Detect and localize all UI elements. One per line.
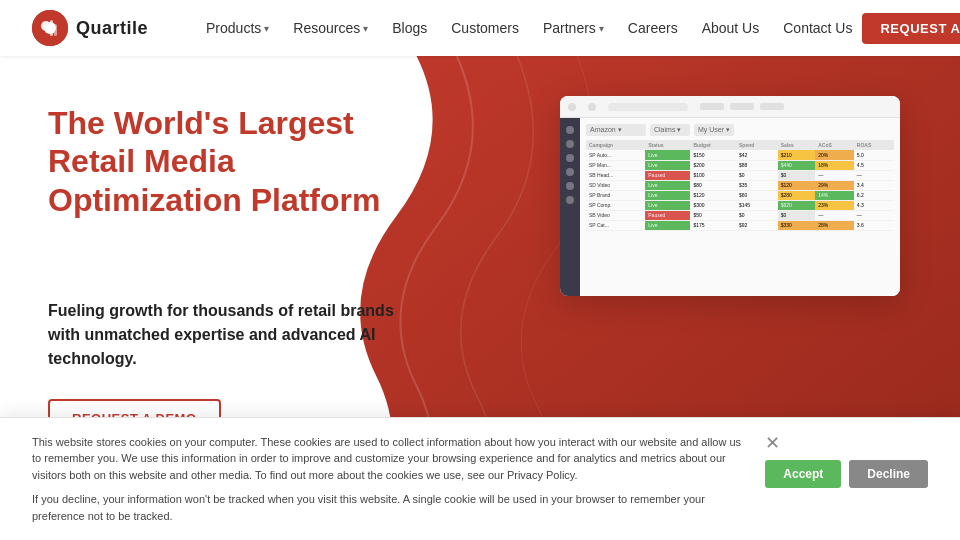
- sidebar-icon-4: [566, 168, 574, 176]
- db-filter-1: Amazon ▾: [586, 124, 646, 136]
- sidebar-icon-2: [566, 140, 574, 148]
- nav-partners[interactable]: Partners ▾: [533, 14, 614, 42]
- nav-about[interactable]: About Us: [692, 14, 770, 42]
- cookie-text-area: This website stores cookies on your comp…: [32, 434, 749, 525]
- dashboard-table: Campaign Status Budget Spend Sales ACoS …: [586, 140, 894, 231]
- cookie-text-primary: This website stores cookies on your comp…: [32, 434, 749, 484]
- cell-acos: 18%: [815, 160, 854, 170]
- chevron-down-icon: ▾: [363, 23, 368, 34]
- svg-rect-3: [54, 24, 57, 36]
- col-campaign: Campaign: [586, 140, 645, 150]
- cell-acos: 28%: [815, 220, 854, 230]
- table-row: SP Man... Live $200 $88 $440 18% 4.5: [586, 160, 894, 170]
- chevron-down-icon: ▾: [264, 23, 269, 34]
- cell-sales: $280: [778, 190, 815, 200]
- cell-status: Live: [645, 150, 690, 160]
- db-header-btn-3: [760, 103, 784, 110]
- col-spend: Spend: [736, 140, 778, 150]
- cookie-accept-button[interactable]: Accept: [765, 460, 841, 488]
- nav-resources[interactable]: Resources ▾: [283, 14, 378, 42]
- cell-status: Paused: [645, 210, 690, 220]
- db-url-bar: [608, 103, 688, 111]
- cell-acos: —: [815, 210, 854, 220]
- cell-status: Live: [645, 180, 690, 190]
- cell-status: Live: [645, 190, 690, 200]
- cell-status: Live: [645, 200, 690, 210]
- chevron-down-icon: ▾: [599, 23, 604, 34]
- cell-roas: 3.4: [854, 180, 894, 190]
- cell-status: Paused: [645, 170, 690, 180]
- nav-cta-button[interactable]: REQUEST A DEMO: [862, 13, 960, 44]
- cell-sales: $440: [778, 160, 815, 170]
- nav-links: Products ▾ Resources ▾ Blogs Customers P…: [196, 14, 862, 42]
- cell-campaign: SP Man...: [586, 160, 645, 170]
- cell-sales: $210: [778, 150, 815, 160]
- table-row: SB Video Paused $50 $0 $0 — —: [586, 210, 894, 220]
- nav-products[interactable]: Products ▾: [196, 14, 279, 42]
- cell-campaign: SP Cat...: [586, 220, 645, 230]
- cell-acos: 29%: [815, 180, 854, 190]
- cookie-decline-button[interactable]: Decline: [849, 460, 928, 488]
- dashboard-mockup: Amazon ▾ Claims ▾ My User ▾ Campaign Sta…: [560, 96, 900, 296]
- cell-acos: 20%: [815, 150, 854, 160]
- table-row: SP Comp. Live $300 $145 $620 23% 4.3: [586, 200, 894, 210]
- logo[interactable]: Quartile: [32, 10, 148, 46]
- col-sales: Sales: [778, 140, 815, 150]
- cookie-close-button[interactable]: ✕: [765, 434, 780, 452]
- cell-roas: 6.2: [854, 190, 894, 200]
- cell-acos: 23%: [815, 200, 854, 210]
- cell-campaign: SD Video: [586, 180, 645, 190]
- table-header-row: Campaign Status Budget Spend Sales ACoS …: [586, 140, 894, 150]
- cookie-banner-inner: This website stores cookies on your comp…: [32, 434, 928, 525]
- cell-budget: $120: [690, 190, 736, 200]
- cell-roas: 3.6: [854, 220, 894, 230]
- nav-careers[interactable]: Careers: [618, 14, 688, 42]
- cell-spend: $60: [736, 190, 778, 200]
- col-budget: Budget: [690, 140, 736, 150]
- db-dot-2: [588, 103, 596, 111]
- sidebar-icon-5: [566, 182, 574, 190]
- cell-spend: $92: [736, 220, 778, 230]
- cell-budget: $200: [690, 160, 736, 170]
- logo-icon: [32, 10, 68, 46]
- cell-campaign: SP Comp.: [586, 200, 645, 210]
- cell-sales: $120: [778, 180, 815, 190]
- cell-roas: 4.5: [854, 160, 894, 170]
- cell-campaign: SP Auto...: [586, 150, 645, 160]
- cell-status: Live: [645, 220, 690, 230]
- nav-blogs[interactable]: Blogs: [382, 14, 437, 42]
- table-row: SP Brand Live $120 $60 $280 14% 6.2: [586, 190, 894, 200]
- dashboard-header: [560, 96, 900, 118]
- hero-title: The World's Largest Retail Media Optimiz…: [48, 104, 428, 219]
- table-row: SP Cat... Live $175 $92 $330 28% 3.6: [586, 220, 894, 230]
- cell-budget: $175: [690, 220, 736, 230]
- cell-campaign: SP Brand: [586, 190, 645, 200]
- cookie-text-secondary: If you decline, your information won't b…: [32, 491, 749, 524]
- cell-budget: $100: [690, 170, 736, 180]
- cell-spend: $88: [736, 160, 778, 170]
- cell-budget: $50: [690, 210, 736, 220]
- cell-campaign: SB Video: [586, 210, 645, 220]
- cell-roas: 5.0: [854, 150, 894, 160]
- db-header-btn-2: [730, 103, 754, 110]
- cell-spend: $0: [736, 170, 778, 180]
- nav-contact[interactable]: Contact Us: [773, 14, 862, 42]
- cell-status: Live: [645, 160, 690, 170]
- nav-customers[interactable]: Customers: [441, 14, 529, 42]
- db-dot-1: [568, 103, 576, 111]
- svg-point-1: [41, 21, 51, 31]
- cell-sales: $0: [778, 210, 815, 220]
- cell-spend: $42: [736, 150, 778, 160]
- cell-campaign: SB Head...: [586, 170, 645, 180]
- cell-sales: $0: [778, 170, 815, 180]
- cell-acos: —: [815, 170, 854, 180]
- cookie-actions-col: ✕ Accept Decline: [765, 434, 928, 488]
- cookie-buttons: Accept Decline: [765, 460, 928, 488]
- db-header-btn-1: [700, 103, 724, 110]
- cell-budget: $150: [690, 150, 736, 160]
- db-filter-3: My User ▾: [694, 124, 734, 136]
- cookie-banner: This website stores cookies on your comp…: [0, 417, 960, 541]
- col-acos: ACoS: [815, 140, 854, 150]
- hero-subtitle: Fueling growth for thousands of retail b…: [48, 299, 408, 371]
- svg-rect-2: [50, 20, 53, 36]
